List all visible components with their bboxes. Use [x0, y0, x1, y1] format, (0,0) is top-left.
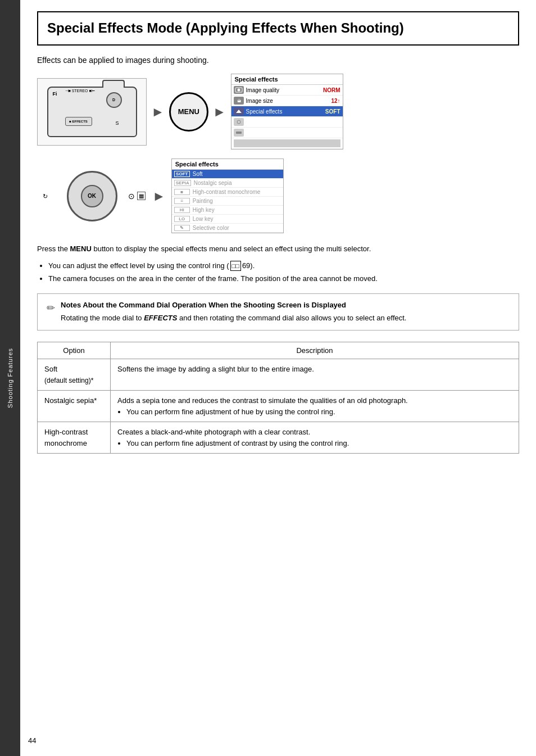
table-option-soft: Soft(default setting)* [38, 359, 111, 391]
effect-name-painting: Painting [193, 198, 213, 204]
diagram-row-1: Fi ⊣■ STEREO ■⊢ D ■ EFFECTS S ► MENU ► S… [37, 74, 519, 150]
effect-name-mono: High-contrast monochrome [193, 189, 261, 195]
book-ref-1: □□ [230, 261, 241, 271]
camera-effects-button: ■ EFFECTS [65, 117, 92, 126]
image-quality-icon [234, 86, 244, 94]
screen1-icon6 [234, 139, 340, 147]
effect-badge-sepia: SEPIA [174, 180, 191, 186]
arrow-3: ► [152, 188, 166, 204]
ok-area: ⚡ 🎤 ↻ OK ⊙ ▦ [37, 171, 147, 221]
screen1-row2-value: 12↑ [331, 98, 340, 104]
table-row: Nostalgic sepia* Adds a sepia tone and r… [38, 391, 519, 422]
screen1-row3-value: SOFT [325, 108, 340, 115]
screen1-row-4 [231, 117, 343, 128]
menu-button: MENU [169, 92, 208, 132]
table-desc-sepia: Adds a sepia tone and reduces the contra… [111, 391, 519, 422]
table-row: Soft(default setting)* Softens the image… [38, 359, 519, 391]
note-text: Rotating the mode dial to EFFECTS and th… [61, 313, 406, 324]
effects-word-bold: EFFECTS [144, 314, 177, 322]
bullet-item-1: You can adjust the effect level by using… [48, 260, 519, 271]
table-desc-mono: Creates a black-and-white photograph wit… [111, 422, 519, 454]
sidebar: Shooting Features [0, 0, 20, 756]
screen1-row-3: Special effects SOFT [231, 106, 343, 117]
effect-badge-lowkey: LO [174, 216, 190, 222]
effect-badge-painting: ≡ [174, 198, 190, 204]
screen-2: Special effects SOFT Soft SEPIA Nostalgi… [171, 159, 284, 233]
camera-stereo-label: ⊣■ STEREO ■⊢ [65, 89, 95, 93]
bullet-list: You can adjust the effect level by using… [48, 260, 519, 284]
col-option-header: Option [38, 342, 111, 359]
effect-row-sepia: SEPIA Nostalgic sepia [172, 179, 283, 188]
diagram-row-2: ⚡ 🎤 ↻ OK ⊙ ▦ ► Spec [37, 159, 519, 233]
effect-row-lowkey: LO Low key [172, 215, 283, 224]
svg-text:🏔: 🏔 [237, 99, 240, 103]
camera-dial: D [106, 92, 122, 108]
image-size-icon: 🏔 [234, 97, 244, 105]
note-pencil-icon: ✏ [47, 302, 55, 324]
options-table: Option Description Soft(default setting)… [37, 342, 519, 454]
ok-right-icons: ⊙ ▦ [128, 192, 146, 201]
page-title: Special Effects Mode (Applying Effects W… [47, 19, 509, 37]
note-box: ✏ Notes About the Command Dial Operation… [37, 293, 519, 331]
effect-badge-mono: ■ [174, 189, 190, 195]
ok-icon2: ▦ [137, 192, 146, 200]
ok-symbol: ⊙ [128, 192, 135, 201]
screen-1: Special effects Image quality NORM 🏔 Ima… [231, 74, 343, 150]
timer-icon: ↻ [43, 192, 48, 200]
ok-outer-ring: OK [67, 171, 117, 221]
screen2-header: Special effects [172, 159, 283, 170]
effect-row-painting: ≡ Painting [172, 197, 283, 206]
screen1-row-2: 🏔 Image size 12↑ [231, 96, 343, 106]
bullet-item-2: The camera focuses on the area in the ce… [48, 273, 519, 284]
screen1-row-5 [231, 128, 343, 138]
arrow-2: ► [213, 104, 226, 120]
table-desc-soft: Softens the image by adding a slight blu… [111, 359, 519, 391]
effect-name-selective: Selective color [193, 225, 229, 231]
note-title: Notes About the Command Dial Operation W… [61, 301, 406, 309]
special-effects-icon [234, 107, 244, 115]
camera-s-label: S [115, 120, 119, 126]
svg-rect-6 [236, 132, 242, 134]
svg-marker-4 [236, 110, 242, 113]
table-option-mono: High-contrastmonochrome [38, 422, 111, 454]
screen1-row-1: Image quality NORM [231, 85, 343, 96]
main-content: Special Effects Mode (Applying Effects W… [20, 0, 536, 756]
effect-row-mono: ■ High-contrast monochrome [172, 188, 283, 197]
col-description-header: Description [111, 342, 519, 359]
camera-body: Fi ⊣■ STEREO ■⊢ D ■ EFFECTS S [47, 87, 137, 137]
ok-inner-button: OK [81, 185, 103, 207]
sepia-bullets: You can perform fine adjustment of hue b… [126, 406, 512, 418]
table-row: High-contrastmonochrome Creates a black-… [38, 422, 519, 454]
screen1-row3-label: Special effects [246, 108, 325, 115]
effect-badge-highkey: HI [174, 207, 190, 213]
effect-row-selective: ✎ Selective color [172, 224, 283, 233]
effect-row-highkey: HI High key [172, 206, 283, 215]
effect-row-soft: SOFT Soft [172, 170, 283, 179]
svg-point-1 [237, 89, 240, 92]
intro-text: Effects can be applied to images during … [37, 56, 519, 65]
mono-bullets: You can perform fine adjustment of contr… [126, 438, 512, 449]
menu-inline-bold: MENU [70, 245, 92, 253]
sepia-bullet-1: You can perform fine adjustment of hue b… [126, 406, 512, 418]
effect-badge-selective: ✎ [174, 225, 190, 231]
screen1-row2-label: Image size [246, 98, 331, 104]
effect-name-highkey: High key [193, 207, 215, 213]
screen1-row-6 [231, 138, 343, 149]
body-text-main: Press the MENU button to display the spe… [37, 243, 519, 255]
camera-fi-label: Fi [53, 91, 57, 97]
ok-ring: OK [67, 171, 117, 221]
effect-name-soft: Soft [193, 171, 203, 177]
mono-bullet-1: You can perform fine adjustment of contr… [126, 438, 512, 449]
camera-illustration: Fi ⊣■ STEREO ■⊢ D ■ EFFECTS S [37, 78, 147, 146]
effect-badge-soft: SOFT [174, 171, 190, 177]
effect-name-lowkey: Low key [193, 216, 214, 222]
effect-name-sepia: Nostalgic sepia [194, 180, 232, 186]
screen1-row1-value: NORM [323, 87, 340, 93]
title-box: Special Effects Mode (Applying Effects W… [37, 11, 519, 46]
screen1-icon5 [234, 129, 244, 137]
sidebar-label: Shooting Features [7, 348, 13, 408]
page-number: 44 [28, 736, 36, 745]
screen1-icon4 [234, 118, 244, 126]
note-content: Notes About the Command Dial Operation W… [61, 301, 406, 324]
screen1-header: Special effects [231, 74, 343, 85]
